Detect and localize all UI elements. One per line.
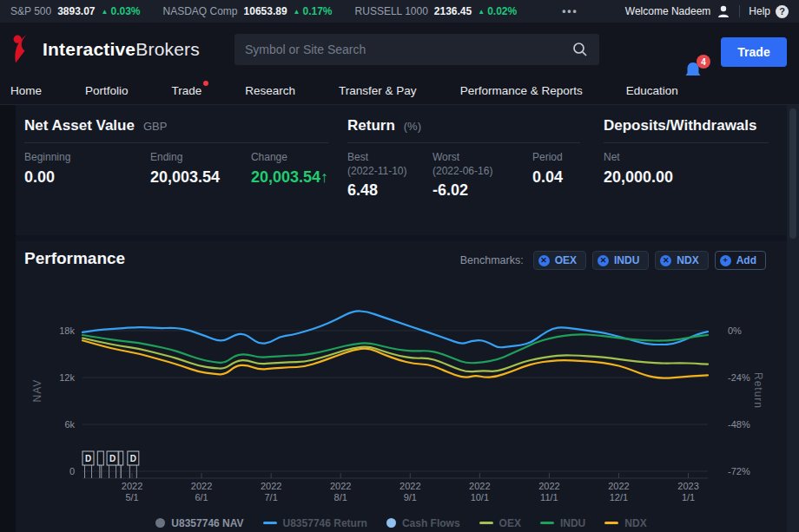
legend-label: NDX bbox=[624, 517, 646, 529]
legend-item-u8357746-nav[interactable]: U8357746 NAV bbox=[155, 517, 243, 529]
add-benchmark-button[interactable]: +Add bbox=[715, 251, 766, 270]
divider bbox=[739, 5, 740, 17]
ticker-sp500[interactable]: S&P 500 3893.07 ▲0.03% bbox=[10, 5, 141, 17]
y-right-tick: -72% bbox=[728, 466, 750, 476]
field-worst: Worst (2022-06-16) -6.02 bbox=[433, 151, 532, 200]
ticker-label: RUSSELL 1000 bbox=[355, 5, 428, 17]
legend-label: Cash Flows bbox=[402, 517, 460, 529]
site-search bbox=[234, 34, 599, 65]
chart-legend: U8357746 NAVU8357746 ReturnCash FlowsOEX… bbox=[16, 514, 787, 532]
nav-transfer-pay[interactable]: Transfer & Pay bbox=[339, 84, 417, 97]
legend-item-cash-flows[interactable]: Cash Flows bbox=[386, 517, 460, 529]
x-label-date: 1/1 bbox=[682, 492, 695, 502]
field-beginning: Beginning 0.00 bbox=[24, 151, 150, 187]
scrollbar-thumb[interactable] bbox=[789, 108, 796, 239]
legend-label: U8357746 NAV bbox=[171, 517, 243, 529]
ticker-value: 3893.07 bbox=[57, 5, 95, 17]
search-input[interactable] bbox=[245, 43, 571, 56]
scrollbar-track[interactable] bbox=[787, 105, 799, 532]
field-ending: Ending 20,003.54 bbox=[150, 151, 251, 187]
divider bbox=[347, 142, 580, 143]
divider bbox=[604, 142, 769, 143]
nav-performance-reports[interactable]: Performance & Reports bbox=[460, 84, 583, 97]
net-asset-value-section: Net Asset Value GBP Beginning 0.00 Endin… bbox=[24, 117, 328, 187]
change-value: 20,003.54↑ bbox=[251, 168, 328, 187]
nav-education[interactable]: Education bbox=[626, 84, 678, 97]
deposit-flag-label: D bbox=[130, 454, 136, 463]
y-left-tick: 12k bbox=[59, 372, 75, 383]
ibkr-logo[interactable]: InteractiveBrokers bbox=[12, 35, 200, 63]
ibkr-portal-page: S&P 500 3893.07 ▲0.03% NASDAQ Comp 10653… bbox=[0, 0, 799, 532]
field-change: Change 20,003.54↑ bbox=[251, 151, 328, 187]
legend-item-oex[interactable]: OEX bbox=[479, 517, 521, 529]
market-ticker-bar: S&P 500 3893.07 ▲0.03% NASDAQ Comp 10653… bbox=[0, 0, 799, 23]
x-label-year: 2022 bbox=[330, 481, 351, 491]
currency-label: GBP bbox=[143, 120, 167, 133]
nav-home[interactable]: Home bbox=[10, 84, 42, 97]
trade-button[interactable]: Trade bbox=[721, 37, 787, 67]
legend-swatch bbox=[155, 518, 165, 528]
nav-research[interactable]: Research bbox=[245, 84, 295, 97]
return-section-title: Return bbox=[347, 117, 395, 135]
series-oex bbox=[83, 338, 708, 372]
ibkr-logo-icon bbox=[12, 35, 36, 63]
benchmark-pill-ndx[interactable]: ✕NDX bbox=[655, 251, 708, 270]
legend-swatch bbox=[263, 522, 277, 524]
y-right-tick: -48% bbox=[728, 419, 750, 430]
help-link[interactable]: Help ? bbox=[749, 5, 789, 18]
ticker-nasdaq[interactable]: NASDAQ Comp 10653.89 ▲0.17% bbox=[163, 5, 333, 17]
nav-axis-title: NAV bbox=[31, 379, 43, 403]
x-label-date: 12/1 bbox=[610, 492, 628, 502]
up-arrow-icon: ▲ bbox=[102, 8, 109, 16]
legend-item-u8357746-return[interactable]: U8357746 Return bbox=[263, 517, 367, 529]
ticker-more-icon[interactable]: ••• bbox=[562, 5, 578, 17]
deposit-flag[interactable] bbox=[119, 451, 123, 465]
ticker-change: 0.03% bbox=[110, 5, 140, 17]
y-left-tick: 18k bbox=[59, 325, 75, 336]
x-label-date: 10/1 bbox=[471, 492, 489, 502]
legend-swatch bbox=[386, 518, 396, 528]
notification-badge: 4 bbox=[697, 55, 710, 69]
nav-trade-alert-dot bbox=[203, 81, 208, 86]
best-date: (2022-11-10) bbox=[347, 165, 433, 179]
net-deposits-value: 20,000.00 bbox=[604, 168, 673, 187]
divider bbox=[24, 142, 328, 143]
legend-item-ndx[interactable]: NDX bbox=[604, 517, 646, 529]
nav-trade[interactable]: Trade bbox=[172, 84, 202, 97]
period-value: 0.04 bbox=[532, 168, 563, 187]
logo-text: InteractiveBrokers bbox=[43, 39, 200, 60]
app-header: InteractiveBrokers 4 Trade bbox=[0, 23, 799, 76]
x-label-year: 2022 bbox=[469, 481, 490, 491]
remove-icon[interactable]: ✕ bbox=[598, 255, 609, 266]
percent-unit-label: (%) bbox=[404, 120, 421, 133]
main-nav: Home Portfolio Trade Research Transfer &… bbox=[0, 76, 799, 105]
add-icon: + bbox=[720, 255, 731, 266]
welcome-label: Welcome Nadeem bbox=[625, 5, 710, 17]
benchmark-pill-indu[interactable]: ✕INDU bbox=[592, 251, 649, 270]
ticker-russell[interactable]: RUSSELL 1000 2136.45 ▲0.02% bbox=[355, 5, 518, 17]
up-arrow-icon: ▲ bbox=[478, 8, 485, 16]
remove-icon[interactable]: ✕ bbox=[538, 255, 550, 266]
y-right-tick: -24% bbox=[728, 372, 750, 383]
remove-icon[interactable]: ✕ bbox=[660, 255, 671, 266]
return-axis-title: Return bbox=[752, 372, 764, 409]
ticker-label: S&P 500 bbox=[10, 5, 51, 17]
x-label-date: 6/1 bbox=[195, 492, 208, 502]
welcome-user[interactable]: Welcome Nadeem bbox=[625, 4, 730, 18]
x-label-date: 7/1 bbox=[265, 492, 278, 502]
help-icon: ? bbox=[776, 5, 789, 18]
nav-portfolio[interactable]: Portfolio bbox=[85, 84, 129, 97]
legend-item-indu[interactable]: INDU bbox=[540, 517, 585, 529]
series-u8357746-return bbox=[83, 311, 708, 347]
deposits-withdrawals-section: Deposits/Withdrawals Net 20,000.00 bbox=[604, 117, 769, 187]
legend-label: U8357746 Return bbox=[283, 517, 367, 529]
x-label-year: 2022 bbox=[261, 481, 281, 491]
benchmark-pill-oex[interactable]: ✕OEX bbox=[533, 251, 586, 270]
y-right-tick: 0% bbox=[728, 325, 742, 336]
search-icon[interactable] bbox=[571, 41, 589, 58]
ticker-label: NASDAQ Comp bbox=[163, 5, 238, 17]
deposit-flag[interactable] bbox=[97, 451, 103, 465]
legend-swatch bbox=[604, 522, 618, 524]
legend-label: INDU bbox=[560, 517, 585, 529]
ending-value: 20,003.54 bbox=[150, 168, 251, 187]
